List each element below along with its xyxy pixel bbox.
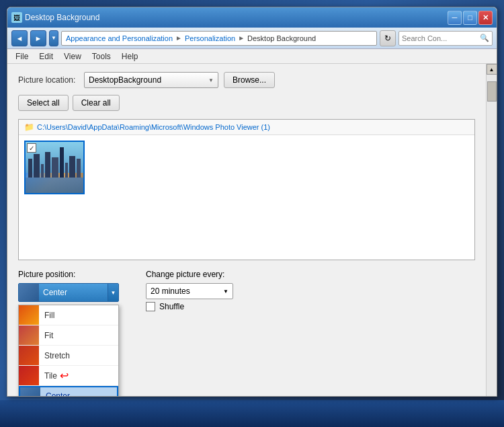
search-bar: 🔍 xyxy=(398,31,493,46)
center-thumb xyxy=(20,386,40,397)
select-all-button[interactable]: Select all xyxy=(18,95,69,111)
picture-location-row: Picture location: DesktopBackground ▼ Br… xyxy=(18,72,475,88)
breadcrumb-part1[interactable]: Appearance and Personalization xyxy=(66,34,173,42)
fit-thumb xyxy=(19,325,39,346)
picture-location-label: Picture location: xyxy=(18,75,79,85)
photo-group-header: 📁 C:\Users\David\AppData\Roaming\Microso… xyxy=(19,120,474,135)
position-label: Center xyxy=(39,288,108,297)
menu-file[interactable]: File xyxy=(10,50,34,63)
position-center-option[interactable]: Center xyxy=(19,386,118,397)
close-button[interactable]: ✕ xyxy=(478,11,493,25)
search-icon[interactable]: 🔍 xyxy=(480,34,489,42)
menu-help[interactable]: Help xyxy=(116,50,144,63)
cursor-arrow: ↩ xyxy=(60,369,69,382)
fit-label: Fit xyxy=(39,331,53,340)
photo-grid-container: 📁 C:\Users\David\AppData\Roaming\Microso… xyxy=(18,119,475,260)
change-picture-section: Change picture every: 20 minutes ▼ Shuff… xyxy=(146,270,233,311)
photo-grid: ✓ xyxy=(19,135,474,200)
tile-thumb xyxy=(19,366,39,386)
tile-label: Tile xyxy=(39,371,57,381)
nav-dropdown-button[interactable]: ▼ xyxy=(49,30,58,46)
content-with-scroll: Picture location: DesktopBackground ▼ Br… xyxy=(7,64,497,397)
search-input[interactable] xyxy=(402,34,477,42)
picture-position-section: Picture position: Center ▼ Fill xyxy=(18,270,119,302)
picture-position-label: Picture position: xyxy=(18,270,119,279)
back-button[interactable]: ◄ xyxy=(11,30,28,46)
refresh-button[interactable]: ↻ xyxy=(380,30,396,46)
center-label: Center xyxy=(40,391,70,397)
breadcrumb-part3: Desktop Background xyxy=(247,34,316,42)
clear-all-button[interactable]: Clear all xyxy=(73,95,120,111)
menu-tools[interactable]: Tools xyxy=(87,50,116,63)
change-picture-arrow: ▼ xyxy=(223,288,228,295)
stretch-label: Stretch xyxy=(39,351,70,360)
main-window: 🖼 Desktop Background ─ □ ✕ ◄ ► ▼ Appeara… xyxy=(7,7,497,397)
fill-thumb xyxy=(19,305,39,325)
picture-position-dropdown[interactable]: Center ▼ xyxy=(18,283,119,302)
stretch-thumb xyxy=(19,346,39,366)
breadcrumb-arrow2: ► xyxy=(238,34,245,42)
position-dropdown-arrow: ▼ xyxy=(108,283,118,302)
scroll-up-button[interactable]: ▲ xyxy=(487,64,497,75)
breadcrumb-arrow1: ► xyxy=(175,34,182,42)
shuffle-label: Shuffle xyxy=(159,302,184,311)
action-buttons: Select all Clear all xyxy=(18,95,475,111)
scroll-track[interactable] xyxy=(487,75,497,397)
fill-label: Fill xyxy=(39,311,54,320)
scroll-thumb[interactable] xyxy=(487,81,497,102)
shuffle-row: Shuffle xyxy=(146,302,233,311)
content-area: Picture location: DesktopBackground ▼ Br… xyxy=(7,64,486,397)
picture-location-dropdown-arrow: ▼ xyxy=(208,77,214,83)
browse-button[interactable]: Browse... xyxy=(224,72,275,88)
breadcrumb-part2[interactable]: Personalization xyxy=(185,34,235,42)
maximize-button[interactable]: □ xyxy=(463,11,477,25)
breadcrumb: Appearance and Personalization ► Persona… xyxy=(61,31,377,46)
folder-icon: 📁 xyxy=(24,122,34,132)
group-path: C:\Users\David\AppData\Roaming\Microsoft… xyxy=(37,123,270,131)
change-picture-label: Change picture every: xyxy=(146,270,233,279)
change-picture-dropdown[interactable]: 20 minutes ▼ xyxy=(146,283,233,299)
scrollbar: ▲ ▼ xyxy=(486,64,497,397)
position-fill-option[interactable]: Fill xyxy=(19,305,118,325)
position-thumb-icon xyxy=(19,283,39,302)
photo-thumbnail[interactable]: ✓ xyxy=(24,141,85,194)
minimize-button[interactable]: ─ xyxy=(448,11,462,25)
position-menu: Fill Fit Stretch Tile xyxy=(18,305,119,397)
window-title: Desktop Background xyxy=(25,13,99,22)
forward-button[interactable]: ► xyxy=(30,30,46,46)
window-app-icon: 🖼 xyxy=(11,12,22,23)
position-row: Picture position: Center ▼ Fill xyxy=(18,270,475,311)
picture-location-value: DesktopBackground xyxy=(89,75,161,85)
position-fit-option[interactable]: Fit xyxy=(19,325,118,346)
position-tile-option[interactable]: Tile ↩ xyxy=(19,366,118,386)
position-stretch-option[interactable]: Stretch xyxy=(19,346,118,366)
title-bar: 🖼 Desktop Background ─ □ ✕ xyxy=(7,7,497,28)
shuffle-checkbox[interactable] xyxy=(146,302,155,311)
menu-bar: File Edit View Tools Help xyxy=(7,49,497,64)
window-controls: ─ □ ✕ xyxy=(448,11,493,25)
menu-view[interactable]: View xyxy=(58,50,87,63)
navigation-bar: ◄ ► ▼ Appearance and Personalization ► P… xyxy=(7,28,497,49)
change-picture-value: 20 minutes xyxy=(151,286,190,296)
picture-location-dropdown[interactable]: DesktopBackground ▼ xyxy=(84,72,218,88)
photo-checkbox[interactable]: ✓ xyxy=(27,143,36,153)
taskbar xyxy=(0,400,504,427)
title-bar-left: 🖼 Desktop Background xyxy=(11,12,99,23)
menu-edit[interactable]: Edit xyxy=(34,50,58,63)
